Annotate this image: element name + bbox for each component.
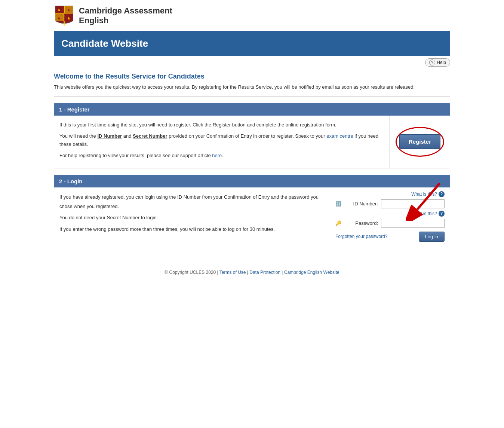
here-link[interactable]: here (212, 153, 222, 158)
cambridge-shield-icon: ♞ ♞ ♞ ♞ (54, 4, 74, 27)
id-number-label: ID Number: (344, 201, 378, 207)
password-label: Password: (344, 220, 378, 226)
welcome-text: This website offers you the quickest way… (54, 83, 450, 91)
terms-of-use-link[interactable]: Terms of Use (219, 270, 246, 275)
register-p1: If this is your first time using the sit… (59, 121, 384, 129)
copyright-text: © Copyright UCLES 2020 (165, 270, 216, 275)
id-number-input[interactable] (381, 199, 445, 208)
forgot-password-link[interactable]: Forgotten your password? (335, 234, 387, 239)
password-icon: 🔑 (335, 220, 341, 226)
page-header: ♞ ♞ ♞ ♞ Cambridge Assessment English (46, 0, 458, 31)
id-what-is-this-link[interactable]: What is this? (411, 192, 437, 197)
pw-help-icon[interactable]: ? (439, 211, 445, 217)
pw-what-is-this: What is this? ? (335, 211, 445, 217)
welcome-section: Welcome to the Results Service for Candi… (54, 69, 450, 97)
login-p3: If you enter the wrong password more tha… (59, 225, 325, 234)
register-section: 1 - Register If this is your first time … (54, 103, 450, 168)
svg-text:♞: ♞ (67, 16, 70, 20)
login-p2: You do not need your Secret Number to lo… (59, 213, 325, 223)
id-help-icon[interactable]: ? (439, 191, 445, 197)
login-actions-row: Forgotten your password? Log in (335, 232, 445, 242)
question-mark-icon: ? (429, 59, 435, 65)
password-input[interactable] (381, 219, 445, 228)
register-button[interactable]: Register (399, 134, 440, 149)
help-button[interactable]: ? Help (425, 58, 450, 67)
welcome-title: Welcome to the Results Service for Candi… (54, 73, 450, 80)
exam-centre-link[interactable]: exam centre (326, 133, 353, 139)
logo-container: ♞ ♞ ♞ ♞ Cambridge Assessment English (54, 4, 172, 27)
register-p2: You will need the ID Number and Secret N… (59, 132, 384, 149)
footer: © Copyright UCLES 2020 | Terms of Use | … (46, 262, 458, 282)
register-text-area: If this is your first time using the sit… (54, 116, 390, 168)
help-bar: ? Help (46, 56, 458, 69)
org-name: Cambridge Assessment English (79, 6, 172, 26)
login-form-area: What is this? ? 🔢 ID Number: What is thi… (330, 187, 450, 247)
data-protection-link[interactable]: Data Protection (249, 270, 280, 275)
page-title: Candidate Website (61, 38, 443, 49)
svg-text:♞: ♞ (58, 8, 61, 12)
login-p1: If you have already registered, you can … (59, 193, 325, 211)
main-content: Welcome to the Results Service for Candi… (46, 69, 458, 255)
login-text-area: If you have already registered, you can … (54, 187, 330, 247)
svg-text:♞: ♞ (67, 8, 70, 12)
login-section: 2 - Login If you have already registered… (54, 175, 450, 247)
register-section-header: 1 - Register (54, 103, 450, 116)
register-section-body: If this is your first time using the sit… (54, 116, 450, 168)
pw-what-is-this-link[interactable]: What is this? (411, 211, 437, 216)
cambridge-website-link[interactable]: Cambridge English Website (284, 270, 339, 275)
login-button[interactable]: Log in (419, 232, 445, 242)
id-what-is-this: What is this? ? (335, 191, 445, 197)
id-number-row: 🔢 ID Number: (335, 199, 445, 208)
login-section-body: If you have already registered, you can … (54, 187, 450, 247)
svg-text:♞: ♞ (58, 16, 61, 20)
register-p3: For help registering to view your result… (59, 152, 384, 160)
register-button-area: Register (390, 116, 450, 168)
password-row: 🔑 Password: (335, 219, 445, 228)
id-number-icon: 🔢 (335, 201, 341, 207)
login-section-header: 2 - Login (54, 175, 450, 187)
page-banner: Candidate Website (54, 31, 450, 56)
help-label: Help (437, 60, 446, 65)
